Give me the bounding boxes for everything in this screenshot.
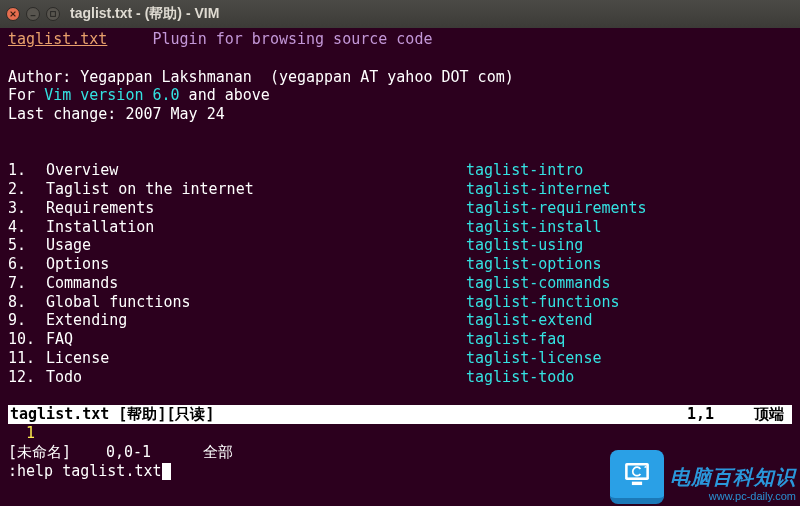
status-bar-noname: [未命名] 0,0-1 全部 [8, 443, 792, 462]
blank-line [8, 124, 792, 143]
toc-label: Commands [46, 274, 466, 293]
toc-row: 3.Requirementstaglist-requirements [8, 199, 792, 218]
toc-tag-link[interactable]: taglist-requirements [466, 199, 647, 218]
last-change-line: Last change: 2007 May 24 [8, 105, 792, 124]
svg-rect-0 [51, 12, 56, 17]
toc-label: License [46, 349, 466, 368]
toc-index: 12. [8, 368, 46, 387]
svg-rect-3 [632, 482, 642, 485]
toc-label: Overview [46, 161, 466, 180]
vim-version-link[interactable]: Vim version 6.0 [44, 86, 179, 104]
author-line: Author: Yegappan Lakshmanan (yegappan AT… [8, 68, 792, 87]
toc-tag-link[interactable]: taglist-intro [466, 161, 583, 180]
toc-row: 1.Overviewtaglist-intro [8, 161, 792, 180]
toc-label: Taglist on the internet [46, 180, 466, 199]
buffer2-line: 1 [8, 424, 792, 443]
window-titlebar: taglist.txt - (帮助) - VIM [0, 0, 800, 28]
status-percent-2: 全部 [151, 443, 241, 462]
toc-row: 11.Licensetaglist-license [8, 349, 792, 368]
toc-index: 5. [8, 236, 46, 255]
toc-label: Options [46, 255, 466, 274]
toc-index: 7. [8, 274, 46, 293]
toc-row: 12.Todotaglist-todo [8, 368, 792, 387]
toc-row: 8.Global functionstaglist-functions [8, 293, 792, 312]
status-position: 1,1 [687, 405, 722, 424]
toc-label: Global functions [46, 293, 466, 312]
toc-tag-link[interactable]: taglist-functions [466, 293, 620, 312]
toc-row: 5.Usagetaglist-using [8, 236, 792, 255]
toc-label: Installation [46, 218, 466, 237]
blank-line [8, 143, 792, 162]
toc-row: 9.Extendingtaglist-extend [8, 311, 792, 330]
toc-label: Requirements [46, 199, 466, 218]
toc-label: Extending [46, 311, 466, 330]
toc-label: Usage [46, 236, 466, 255]
toc-tag-link[interactable]: taglist-internet [466, 180, 611, 199]
status-percent: 顶端 [722, 405, 792, 424]
toc-tag-link[interactable]: taglist-options [466, 255, 601, 274]
toc-row: 10.FAQtaglist-faq [8, 330, 792, 349]
toc-index: 8. [8, 293, 46, 312]
toc-label: FAQ [46, 330, 466, 349]
toc-row: 2.Taglist on the internettaglist-interne… [8, 180, 792, 199]
toc-index: 3. [8, 199, 46, 218]
maximize-icon[interactable] [46, 7, 60, 21]
toc-tag-link[interactable]: taglist-faq [466, 330, 565, 349]
toc-index: 4. [8, 218, 46, 237]
toc-index: 9. [8, 311, 46, 330]
command-text: :help taglist.txt [8, 462, 162, 481]
status-bar-help: taglist.txt [帮助][只读] 1,1 顶端 [8, 405, 792, 424]
window-title: taglist.txt - (帮助) - VIM [70, 5, 219, 23]
toc-tag-link[interactable]: taglist-using [466, 236, 583, 255]
help-filename: taglist.txt [8, 30, 107, 48]
toc-row: 6.Optionstaglist-options [8, 255, 792, 274]
toc-list: 1.Overviewtaglist-intro2.Taglist on the … [8, 161, 792, 386]
terminal-area[interactable]: taglist.txt Plugin for browsing source c… [0, 28, 800, 506]
cursor [162, 463, 171, 480]
toc-tag-link[interactable]: taglist-install [466, 218, 601, 237]
toc-tag-link[interactable]: taglist-license [466, 349, 601, 368]
blank-line [8, 386, 792, 405]
help-subtitle: Plugin for browsing source code [153, 30, 433, 48]
blank-line [8, 49, 792, 68]
toc-row: 4.Installationtaglist-install [8, 218, 792, 237]
help-header: taglist.txt Plugin for browsing source c… [8, 30, 792, 49]
status-filename: taglist.txt [帮助][只读] [8, 405, 215, 424]
toc-tag-link[interactable]: taglist-todo [466, 368, 574, 387]
toc-tag-link[interactable]: taglist-commands [466, 274, 611, 293]
toc-index: 11. [8, 349, 46, 368]
toc-index: 10. [8, 330, 46, 349]
for-line: For Vim version 6.0 and above [8, 86, 792, 105]
toc-index: 1. [8, 161, 46, 180]
toc-index: 2. [8, 180, 46, 199]
window-buttons [6, 7, 60, 21]
toc-row: 7.Commandstaglist-commands [8, 274, 792, 293]
command-line[interactable]: :help taglist.txt [8, 462, 792, 481]
status-noname-label: [未命名] [8, 443, 71, 462]
toc-label: Todo [46, 368, 466, 387]
toc-tag-link[interactable]: taglist-extend [466, 311, 592, 330]
status-position-2: 0,0-1 [71, 443, 151, 462]
toc-index: 6. [8, 255, 46, 274]
close-icon[interactable] [6, 7, 20, 21]
watermark-url: www.pc-daily.com [670, 490, 796, 504]
line-number: 1 [8, 424, 44, 442]
minimize-icon[interactable] [26, 7, 40, 21]
